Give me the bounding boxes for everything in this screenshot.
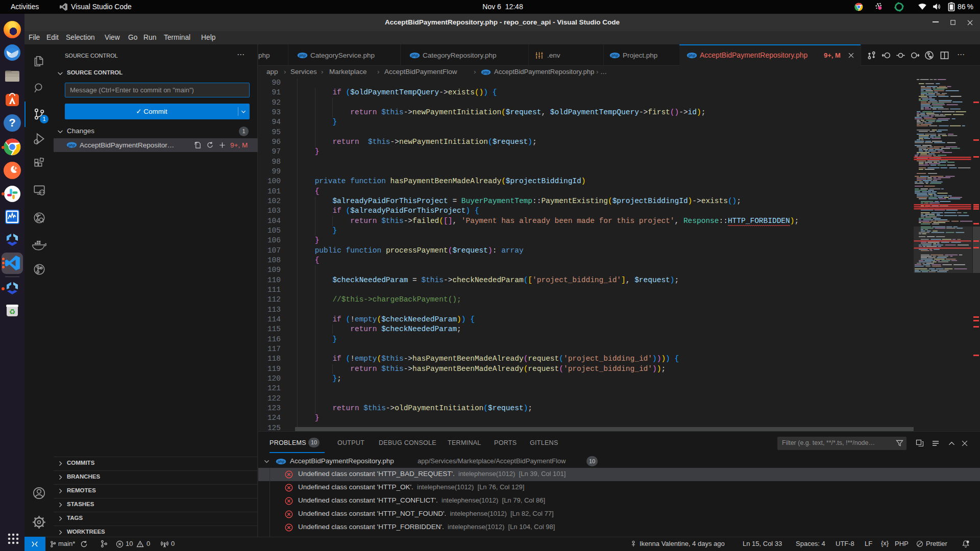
svg-text:php: php	[277, 460, 285, 464]
svg-text:php: php	[482, 70, 489, 74]
svg-text:php: php	[688, 54, 696, 58]
svg-text:php: php	[299, 54, 306, 58]
svg-text:php: php	[68, 143, 76, 147]
svg-text:php: php	[411, 54, 419, 58]
svg-text:♻: ♻	[9, 308, 16, 316]
svg-text:php: php	[611, 54, 619, 58]
